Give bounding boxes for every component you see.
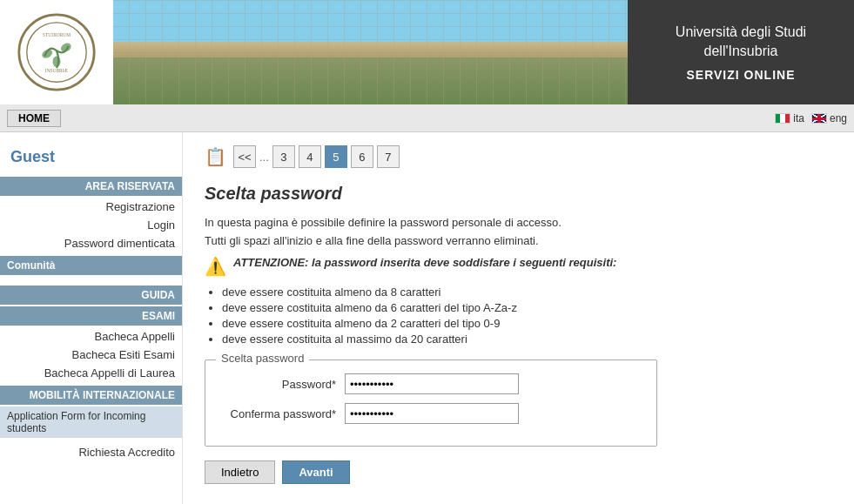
sidebar-area-riservata: AREA RISERVATA — [0, 177, 182, 196]
step-back-back-button[interactable]: << — [233, 145, 256, 168]
step-7-button[interactable]: 7 — [377, 145, 400, 168]
warning-text: ATTENZIONE: la password inserita deve so… — [233, 256, 616, 269]
servizi-online-label: SERVIZI ONLINE — [687, 68, 796, 82]
warning-box: ⚠️ ATTENZIONE: la password inserita deve… — [205, 256, 832, 277]
header-university-info: Università degli Studi dell'Insubria SER… — [628, 0, 854, 104]
warning-icon: ⚠️ — [205, 256, 226, 277]
step-ellipsis: ... — [259, 151, 269, 164]
sidebar-item-login[interactable]: Login — [0, 216, 182, 234]
flag-uk-icon — [811, 113, 827, 124]
lang-ita-button[interactable]: ita — [775, 112, 804, 124]
sidebar-guida: GUIDA — [0, 286, 182, 305]
sidebar-comunita-label: Comunità — [0, 256, 182, 275]
desc-text-2: Tutti gli spazi all'inizio e alla fine d… — [205, 234, 832, 247]
password-label: Password* — [223, 378, 345, 391]
lang-eng-label: eng — [830, 112, 847, 124]
desc-text-1: In questa pagina è possibile definire la… — [205, 216, 832, 229]
form-buttons: Indietro Avanti — [205, 460, 832, 484]
flag-italy-icon — [775, 113, 790, 124]
svg-point-4 — [40, 48, 53, 60]
sidebar-item-bacheca-esiti[interactable]: Bacheca Esiti Esami — [0, 346, 182, 364]
header-building-image — [113, 0, 628, 104]
university-name: Università degli Studi dell'Insubria — [676, 23, 806, 62]
svg-point-6 — [53, 57, 61, 68]
req-item-3: deve essere costituita almeno da 2 carat… — [222, 317, 832, 330]
req-item-2: deve essere costituita almeno da 6 carat… — [222, 301, 832, 314]
page-title: Scelta password — [205, 184, 832, 204]
svg-text:STUDIORUM: STUDIORUM — [43, 32, 71, 37]
sidebar-item-richiesta-accredito[interactable]: Richiesta Accredito — [0, 443, 182, 461]
requirements-list: deve essere costituita almeno da 8 carat… — [222, 286, 832, 346]
main-layout: Guest AREA RISERVATA Registrazione Login… — [0, 132, 854, 504]
building-overlay — [113, 0, 628, 104]
step-5-button[interactable]: 5 — [325, 145, 347, 168]
logo-svg: STUDIORUM INSUBRIÆ — [17, 13, 96, 91]
confirm-password-row: Conferma password* — [223, 403, 639, 424]
step-6-button[interactable]: 6 — [351, 145, 373, 168]
form-icon: 📋 — [205, 146, 226, 167]
sidebar-item-registrazione[interactable]: Registrazione — [0, 198, 182, 216]
back-button[interactable]: Indietro — [205, 460, 275, 484]
step-3-button[interactable]: 3 — [272, 145, 295, 168]
confirm-password-label: Conferma password* — [223, 407, 345, 420]
sidebar-esami: ESAMI — [0, 306, 182, 326]
lang-ita-label: ita — [793, 112, 804, 124]
main-content: 📋 << ... 3 4 5 6 7 Scelta password In qu… — [183, 132, 854, 504]
req-item-1: deve essere costituita almeno da 8 carat… — [222, 286, 832, 299]
sidebar-item-application-form[interactable]: Application Form for Incoming students — [0, 407, 182, 438]
sidebar-item-bacheca-appelli[interactable]: Bacheca Appelli — [0, 327, 182, 346]
language-selector: ita eng — [775, 112, 847, 124]
header: STUDIORUM INSUBRIÆ Università degli Stud… — [0, 0, 854, 104]
lang-eng-button[interactable]: eng — [811, 112, 847, 124]
sidebar-item-password[interactable]: Password dimenticata — [0, 234, 182, 252]
form-box-legend: Scelta password — [216, 352, 309, 365]
sidebar-guest-label: Guest — [0, 141, 182, 177]
steps-navigation: 📋 << ... 3 4 5 6 7 — [205, 145, 832, 168]
navbar: HOME ita eng — [0, 104, 854, 132]
sidebar: Guest AREA RISERVATA Registrazione Login… — [0, 132, 183, 504]
home-button[interactable]: HOME — [7, 110, 61, 127]
step-4-button[interactable]: 4 — [299, 145, 321, 168]
next-button[interactable]: Avanti — [282, 460, 349, 484]
password-form-box: Scelta password Password* Conferma passw… — [205, 360, 657, 447]
university-logo: STUDIORUM INSUBRIÆ — [0, 0, 113, 104]
password-row: Password* — [223, 373, 639, 394]
sidebar-mobilita-label: MOBILITÀ INTERNAZIONALE — [0, 386, 182, 405]
sidebar-item-bacheca-laurea[interactable]: Bacheca Appelli di Laurea — [0, 364, 182, 382]
password-input[interactable] — [345, 373, 519, 394]
confirm-password-input[interactable] — [345, 403, 519, 424]
req-item-4: deve essere costituita al massimo da 20 … — [222, 333, 832, 346]
svg-text:INSUBRIÆ: INSUBRIÆ — [45, 68, 69, 73]
